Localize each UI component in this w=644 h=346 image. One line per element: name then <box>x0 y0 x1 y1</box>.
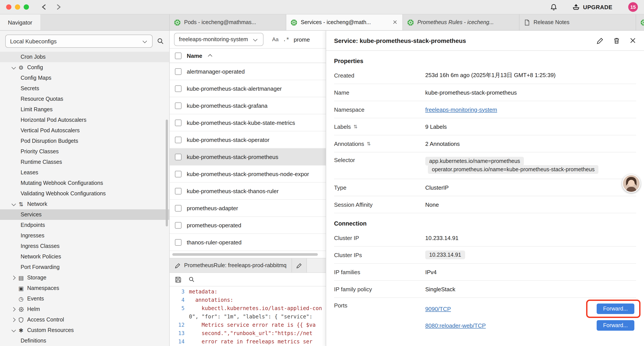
row-checkbox[interactable] <box>175 68 182 75</box>
delete-button[interactable] <box>613 37 620 44</box>
sidebar-item-services[interactable]: Services <box>0 209 169 220</box>
sidebar-item-pod-disruption-budgets[interactable]: Pod Disruption Budgets <box>0 136 169 146</box>
row-checkbox[interactable] <box>175 85 182 92</box>
sidebar-item-ingress-classes[interactable]: Ingress Classes <box>0 241 169 251</box>
sidebar-item-config-maps[interactable]: Config Maps <box>0 73 169 83</box>
horizontal-scrollbar[interactable] <box>172 253 318 256</box>
table-row[interactable]: alertmanager-operated <box>170 63 326 80</box>
row-checkbox[interactable] <box>175 119 182 126</box>
sidebar-item-runtime-classes[interactable]: Runtime Classes <box>0 157 169 167</box>
table-row[interactable]: prometheus-adapter <box>170 200 326 217</box>
sidebar-item-resource-quotas[interactable]: Resource Quotas <box>0 94 169 104</box>
sidebar-item-horizontal-pod-autoscalers[interactable]: Horizontal Pod Autoscalers <box>0 115 169 125</box>
tab-prometheus-rules[interactable]: Prometheus Rules - icecheng... <box>403 14 520 30</box>
forward-button[interactable] <box>54 3 62 10</box>
edit-button[interactable] <box>597 37 604 44</box>
editor-dock: PrometheusRule: freeleaps-prod-rabbitmq … <box>170 258 326 346</box>
row-checkbox[interactable] <box>175 102 182 109</box>
row-checkbox[interactable] <box>175 171 182 177</box>
save-icon[interactable] <box>175 276 182 283</box>
minimize-window-button[interactable] <box>15 4 20 10</box>
avatar[interactable] <box>622 174 640 193</box>
match-case-toggle[interactable]: Aa <box>272 36 278 42</box>
sidebar-item-events[interactable]: ◷Events <box>0 294 169 304</box>
sidebar-item-cron-jobs[interactable]: Cron Jobs <box>0 52 169 62</box>
regex-toggle[interactable]: .* <box>283 36 289 42</box>
tab-release-notes[interactable]: Release Notes <box>520 14 636 30</box>
sidebar-search-button[interactable] <box>157 38 164 45</box>
cluster-wheel-icon <box>640 19 644 26</box>
sidebar-item-port-forwarding[interactable]: Port Forwarding <box>0 262 169 272</box>
port-link-9090[interactable]: 9090/TCP <box>425 306 451 312</box>
namespace-link[interactable]: freeleaps-monitoring-system <box>425 106 497 113</box>
forward-button[interactable]: Forward... <box>596 304 634 314</box>
search-input[interactable]: Aa .* prome <box>268 33 322 45</box>
table-row-selected[interactable]: kube-prometheus-stack-prometheus <box>170 148 326 166</box>
sidebar-group-storage[interactable]: ▤Storage <box>0 272 169 283</box>
sidebar-item-validating-webhook-configurations[interactable]: Validating Webhook Configurations <box>0 188 169 199</box>
tab-services[interactable]: Services - icecheng@math... <box>286 14 403 30</box>
sidebar-group-helm[interactable]: Helm <box>0 304 169 315</box>
close-panel-button[interactable] <box>630 37 636 44</box>
tab-argo[interactable]: Argo S <box>636 14 644 30</box>
editor-search-icon[interactable] <box>188 276 195 283</box>
port-link-8080[interactable]: 8080:reloader-web/TCP <box>425 322 486 329</box>
sidebar-item-ingresses[interactable]: Ingresses <box>0 230 169 241</box>
annotations-expand-toggle[interactable]: ⇅ <box>367 141 371 146</box>
maximize-window-button[interactable] <box>24 4 29 10</box>
namespace-filter-select[interactable]: freeleaps-monitoring-system <box>174 33 263 46</box>
table-row[interactable]: kube-prometheus-stack-thanos-ruler <box>170 183 326 200</box>
sidebar-item-vertical-pod-autoscalers[interactable]: Vertical Pod Autoscalers <box>0 125 169 136</box>
sidebar-item-namespaces[interactable]: ▣Namespaces <box>0 283 169 294</box>
row-checkbox[interactable] <box>175 222 182 228</box>
row-checkbox[interactable] <box>175 188 182 194</box>
sidebar-item-secrets[interactable]: Secrets <box>0 83 169 94</box>
row-checkbox[interactable] <box>175 239 182 246</box>
chevron-down-icon <box>142 38 148 44</box>
table-row[interactable]: kube-prometheus-stack-prometheus-node-ex… <box>170 166 326 183</box>
back-button[interactable] <box>40 3 48 10</box>
sidebar-item-endpoints[interactable]: Endpoints <box>0 220 169 230</box>
select-all-checkbox[interactable] <box>175 52 182 59</box>
table-row[interactable]: kube-prometheus-stack-operator <box>170 131 326 148</box>
navigator-tab[interactable]: Navigator <box>0 14 40 30</box>
sidebar-item-mutating-webhook-configurations[interactable]: Mutating Webhook Configurations <box>0 178 169 188</box>
table-row[interactable]: kube-prometheus-stack-alertmanager <box>170 80 326 97</box>
editor-tab-partial[interactable] <box>292 258 307 272</box>
upgrade-button[interactable]: UPGRADE <box>572 3 612 10</box>
sidebar-item-definitions[interactable]: Definitions <box>0 336 169 346</box>
sidebar-item-network-policies[interactable]: Network Policies <box>0 251 169 262</box>
column-header-name[interactable]: Name <box>187 52 202 59</box>
sidebar-item-leases[interactable]: Leases <box>0 167 169 178</box>
sidebar-item-limit-ranges[interactable]: Limit Ranges <box>0 104 169 115</box>
sidebar-scrollbar[interactable] <box>166 120 168 226</box>
chevron-down-icon <box>252 36 258 42</box>
detail-row-ports: Ports 9090/TCP Forward... 8080:reloader <box>334 298 636 336</box>
table-row[interactable]: prometheus-operated <box>170 217 326 234</box>
tab-pods[interactable]: Pods - icecheng@mathmas... <box>170 14 286 30</box>
selector-chip: app.kubernetes.io/name=prometheus <box>425 157 524 166</box>
sidebar-group-access-control[interactable]: Access Control <box>0 315 169 325</box>
sidebar-group-config[interactable]: ⚙Config <box>0 62 169 73</box>
editor-tab-prometheusrule[interactable]: PrometheusRule: freeleaps-prod-rabbitmq <box>170 258 292 272</box>
row-checkbox[interactable] <box>175 153 182 160</box>
chevron-down-icon <box>10 201 17 207</box>
row-checkbox[interactable] <box>175 205 182 211</box>
notifications-bell-icon[interactable] <box>550 3 557 11</box>
notification-count-badge[interactable]: 15 <box>628 2 638 12</box>
table-row[interactable]: kube-prometheus-stack-grafana <box>170 97 326 114</box>
forward-button[interactable]: Forward... <box>596 320 634 331</box>
close-window-button[interactable] <box>6 4 12 10</box>
sidebar-group-network[interactable]: ⇅Network <box>0 199 169 209</box>
kubeconfig-select[interactable]: Local Kubeconfigs <box>5 34 152 48</box>
table-row[interactable]: thanos-ruler-operated <box>170 234 326 251</box>
detail-row-ip-families: IP families IPv4 <box>334 264 636 281</box>
close-tab-icon[interactable] <box>392 19 398 25</box>
table-row[interactable]: kube-prometheus-stack-kube-state-metrics <box>170 114 326 131</box>
labels-expand-toggle[interactable]: ⇅ <box>354 124 358 129</box>
row-checkbox[interactable] <box>175 136 182 143</box>
yaml-editor[interactable]: 3metadata: 4 annotations: 5 kubectl.kube… <box>170 287 326 346</box>
sidebar-group-custom-resources[interactable]: ✱Custom Resources <box>0 325 169 336</box>
sidebar-item-priority-classes[interactable]: Priority Classes <box>0 146 169 157</box>
code-line: annotations: <box>189 296 233 304</box>
